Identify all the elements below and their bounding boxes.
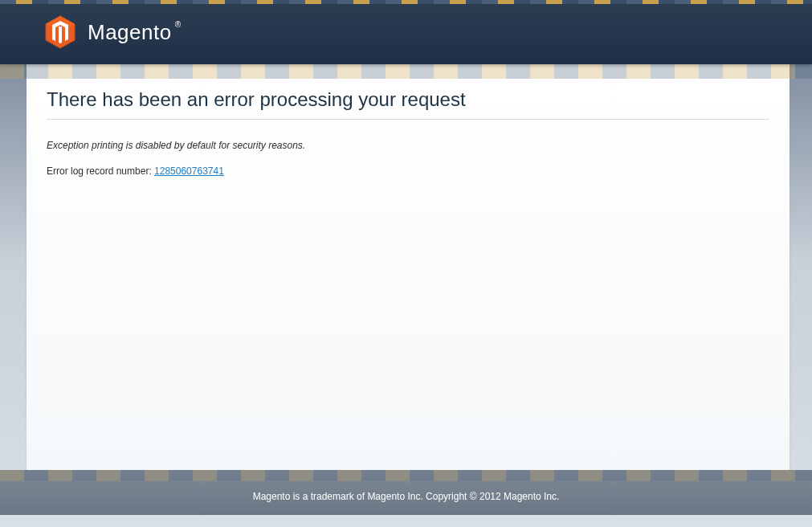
header: Magento® bbox=[0, 0, 812, 64]
brand-name: Magento® bbox=[88, 20, 172, 45]
magento-logo-icon bbox=[43, 14, 78, 50]
error-log-label: Error log record number: bbox=[47, 165, 154, 177]
error-log-link[interactable]: 1285060763741 bbox=[154, 165, 224, 177]
page-title: There has been an error processing your … bbox=[47, 88, 769, 120]
exception-message: Exception printing is disabled by defaul… bbox=[47, 140, 769, 151]
footer-text: Magento is a trademark of Magento Inc. C… bbox=[253, 491, 560, 502]
logo[interactable]: Magento® bbox=[0, 0, 812, 50]
footer: Magento is a trademark of Magento Inc. C… bbox=[0, 470, 812, 515]
main-content-panel: There has been an error processing your … bbox=[27, 64, 790, 470]
error-log-record: Error log record number: 1285060763741 bbox=[47, 165, 769, 177]
